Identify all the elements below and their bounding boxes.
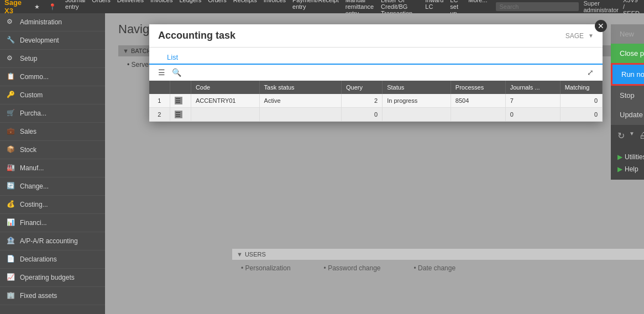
refresh-icon[interactable]: ↻	[617, 130, 625, 141]
mfg-icon: 🏭	[7, 164, 15, 172]
sidebar-item-label: Costing...	[20, 201, 48, 208]
stock-icon: 📦	[7, 145, 15, 154]
col-icon-header	[170, 81, 191, 94]
sidebar-item-common[interactable]: 📋 Commo...	[0, 68, 105, 86]
utilities-link[interactable]: ▶ Utilities	[617, 151, 644, 163]
purchase-icon: 🛒	[7, 109, 15, 118]
row1-query: 2	[341, 94, 382, 108]
list-view-icon[interactable]: ☰	[158, 68, 165, 77]
sidebar-item-label: Stock	[20, 146, 36, 154]
search-input[interactable]	[496, 2, 579, 11]
sidebar-item-change[interactable]: 🔄 Change...	[0, 177, 105, 196]
new-button[interactable]: New	[611, 24, 644, 44]
change-icon: 🔄	[7, 182, 15, 191]
top-bar: Sage X3 ★ 📍 Journal entry Orders Deliver…	[0, 0, 644, 13]
modal-tabs: List	[149, 48, 603, 65]
search-icon[interactable]: 🔍	[172, 68, 181, 77]
cost-icon: 💰	[7, 200, 15, 209]
sidebar-item-administration[interactable]: ⚙ Administration	[0, 13, 105, 32]
logo[interactable]: Sage X3	[4, 0, 25, 15]
expand-icon[interactable]: ⤢	[587, 68, 594, 77]
sidebar-item-label: A/P-A/R accounting	[20, 237, 78, 245]
sidebar-item-development[interactable]: 🔧 Development	[0, 32, 105, 50]
table-row[interactable]: 2 ☰ 0 0 0	[149, 108, 603, 122]
date-change-link[interactable]: Date change	[414, 264, 456, 272]
sidebar-item-stock[interactable]: 📦 Stock	[0, 141, 105, 159]
tab-list[interactable]: List	[158, 51, 187, 65]
sidebar-item-costing[interactable]: 💰 Costing...	[0, 196, 105, 214]
ap-icon: 🏦	[7, 237, 15, 245]
sidebar-item-operating-budgets[interactable]: 📈 Operating budgets	[0, 269, 105, 287]
sidebar-item-fixed-assets[interactable]: 🏢 Fixed assets	[0, 287, 105, 305]
row2-num: 2	[149, 108, 170, 122]
custom-icon: 🔑	[7, 91, 15, 100]
sidebar-item-financials[interactable]: 📊 Financi...	[0, 214, 105, 232]
modal-title: Accounting task	[158, 30, 235, 41]
modal-title-prefix: Accounting	[158, 30, 213, 41]
sidebar-item-sales[interactable]: 💼 Sales	[0, 123, 105, 141]
sidebar-item-purchasing[interactable]: 🛒 Purcha...	[0, 104, 105, 123]
col-journals-header: Journals ...	[505, 81, 560, 94]
location-icon: 📍	[49, 3, 56, 11]
personalization-link[interactable]: Personalization	[241, 264, 291, 272]
sidebar-item-declarations[interactable]: 📄 Declarations	[0, 250, 105, 269]
table-header-row: Code Task status Query Status Processes …	[149, 81, 603, 94]
sidebar-item-label: Custom	[20, 91, 43, 99]
password-change-link[interactable]: Password change	[324, 264, 381, 272]
run-now-button[interactable]: Run now	[611, 63, 644, 86]
table-row[interactable]: 1 ☰ ACCENTRY01 Active 2 In progress 8504…	[149, 94, 603, 108]
bookmark-icon[interactable]: ★	[34, 3, 40, 11]
sidebar-item-label: Setup	[20, 55, 37, 62]
common-icon: 📋	[7, 72, 15, 81]
row1-code: ACCENTRY01	[191, 94, 259, 108]
utilities-label: Utilities	[625, 153, 644, 161]
modal-close-button[interactable]: ✕	[595, 20, 607, 32]
sidebar-item-label: Fixed assets	[20, 292, 57, 300]
sidebar-item-label: Operating budgets	[20, 274, 75, 281]
sidebar-item-label: Financi...	[20, 219, 47, 227]
setup-icon: ⚙	[7, 54, 15, 63]
row2-icon: ☰	[170, 108, 191, 122]
sidebar-item-label: Administration	[20, 18, 62, 26]
help-link[interactable]: ▶ Help	[617, 163, 644, 175]
col-taskstatus-header: Task status	[259, 81, 341, 94]
sage-label: SAGE	[566, 32, 584, 40]
row2-status	[383, 108, 451, 122]
print-icon[interactable]: 🖨	[639, 130, 644, 141]
sales-icon: 💼	[7, 127, 15, 136]
row-edit-icon: ☰	[175, 97, 182, 104]
panel-links: ▶ Utilities ▶ Help	[611, 146, 644, 180]
sidebar-item-manufacturing[interactable]: 🏭 Manuf...	[0, 159, 105, 177]
dropdown-small-icon[interactable]: ▼	[629, 130, 635, 141]
triangle-icon: ▼	[237, 251, 243, 258]
sidebar-item-label: Sales	[20, 128, 36, 135]
row2-query: 0	[341, 108, 382, 122]
user-info: Super administrator	[583, 0, 619, 13]
col-query-header: Query	[341, 81, 382, 94]
sidebar-item-label: Change...	[20, 182, 49, 190]
sidebar-item-label: Development	[20, 36, 59, 44]
row2-journals: 0	[505, 108, 560, 122]
col-matching-header: Matching	[560, 81, 602, 94]
assets-icon: 🏢	[7, 291, 15, 300]
users-heading: USERS	[245, 251, 266, 258]
sidebar-item-setup[interactable]: ⚙ Setup	[0, 50, 105, 68]
update-button[interactable]: Update	[611, 105, 644, 124]
users-section-header: ▼ USERS	[232, 249, 644, 260]
row1-matching: 0	[560, 94, 602, 108]
row2-matching: 0	[560, 108, 602, 122]
row2-processes	[451, 108, 505, 122]
close-page-button[interactable]: Close page	[611, 44, 644, 63]
modal-header-right: SAGE ▼	[566, 32, 594, 40]
row1-status: In progress	[383, 94, 451, 108]
users-links: Personalization Password change Date cha…	[232, 264, 644, 272]
right-panel: New Close page Run now Stop Update ↻ ▼ 🖨…	[611, 24, 644, 180]
dropdown-icon[interactable]: ▼	[588, 33, 594, 39]
row1-journals: 7	[505, 94, 560, 108]
sidebar-item-label: Commo...	[20, 73, 49, 81]
sidebar-item-ap-ar[interactable]: 🏦 A/P-A/R accounting	[0, 232, 105, 250]
fin-icon: 📊	[7, 218, 15, 227]
row2-code	[191, 108, 259, 122]
sidebar-item-custom[interactable]: 🔑 Custom	[0, 86, 105, 104]
stop-button[interactable]: Stop	[611, 86, 644, 105]
